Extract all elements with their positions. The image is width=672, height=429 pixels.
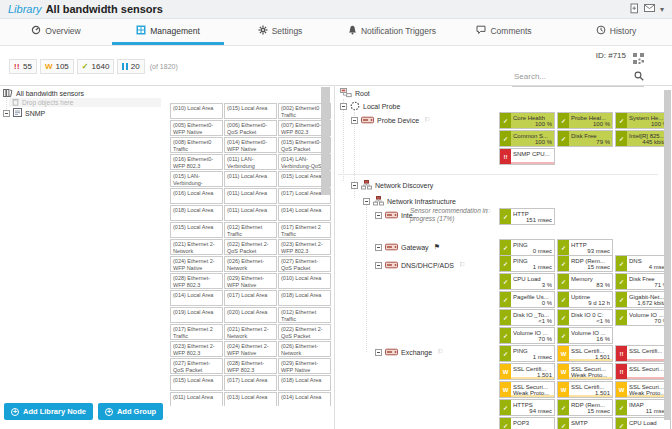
sensor-tile[interactable]: ✓CPU Load <box>615 417 671 429</box>
sensor-tile[interactable]: WSSL Securi...Weak Proto... <box>557 363 613 380</box>
library-sensor-tile[interactable]: (014) Ethernet0-WFP Native <box>224 137 277 153</box>
library-sensor-tile[interactable]: (016) Ethernet0-WFP 802.3 <box>170 154 223 170</box>
library-sensor-tile[interactable]: (015) Local Area <box>170 375 223 391</box>
collapse-toggle[interactable] <box>363 198 370 205</box>
library-node-snmp[interactable]: SNMP <box>3 108 45 118</box>
status-badge-warning[interactable]: W105 <box>40 59 74 74</box>
library-sensor-tile[interactable]: (022) Ethernet 2-QoS Packet <box>278 324 331 340</box>
flag-icon[interactable]: ⚑ <box>434 243 440 251</box>
library-sensor-tile[interactable]: (015) LAN-Verbindung- <box>170 171 223 187</box>
tree-row-probe-device[interactable]: Probe Device⚐ <box>351 115 430 125</box>
sensor-tile[interactable]: ✓Uptime9 d 12 h <box>557 291 613 308</box>
breadcrumb-library[interactable]: Library <box>8 3 42 15</box>
sensor-tile[interactable]: ✓Disk Free79 % <box>557 130 613 147</box>
library-sensor-tile[interactable]: (010) Local Area <box>170 103 223 119</box>
library-sensor-tile[interactable]: (011) LAN-Verbindung <box>224 154 277 170</box>
collapse-toggle[interactable] <box>340 103 347 110</box>
sensor-tile[interactable]: ✓RDP (Rem...15 msec <box>557 255 613 272</box>
add-group-button[interactable]: +Add Group <box>98 403 163 420</box>
library-sensor-tile[interactable]: (026) Ethernet-Network <box>278 341 331 357</box>
sensor-tile[interactable]: ✓Pagefile Us...0 % <box>499 291 555 308</box>
flag-icon[interactable]: ⚐ <box>459 261 465 269</box>
status-badge-paused[interactable]: 20 <box>117 59 144 74</box>
sensor-tile[interactable]: ✓Disk IO 0 C:<1 % <box>557 309 613 326</box>
sensor-tile[interactable]: ✓PING0 msec <box>499 239 555 256</box>
sensor-tile[interactable]: !!SSL Certifi... <box>615 345 671 362</box>
left-scrollbar[interactable] <box>321 87 330 195</box>
sensor-tile[interactable]: ✓PING1 msec <box>499 255 555 272</box>
tree-row-exchange[interactable]: Exchange⚐ <box>375 347 443 357</box>
collapse-toggle[interactable] <box>375 349 382 356</box>
library-sensor-tile[interactable]: (028) Ethernet-WFP 802.3 <box>224 358 277 374</box>
tree-row-network-discovery[interactable]: Network Discovery <box>351 180 433 190</box>
tab-settings[interactable]: Settings <box>224 19 336 45</box>
status-badge-up[interactable]: ✓1640 <box>77 59 115 74</box>
flag-icon[interactable]: ⚐ <box>437 348 443 356</box>
sensor-tile[interactable]: ✓Memory83 % <box>557 273 613 290</box>
sensor-tile[interactable]: ✓System He...100 % <box>615 112 671 129</box>
drop-objects-target[interactable]: Drop objects here <box>9 98 161 107</box>
library-sensor-tile[interactable]: (017) Ethernet 2 Traffic <box>278 222 331 238</box>
library-sensor-tile[interactable]: (026) Ethernet-Network <box>224 256 277 272</box>
library-sensor-tile[interactable]: (010) Local Area <box>278 273 331 289</box>
library-sensor-tile[interactable]: (008) Ethernet0 Traffic <box>170 137 223 153</box>
library-sensor-tile[interactable]: (017) Ethernet 2 Traffic <box>170 324 223 340</box>
sensor-tile[interactable]: ✓Disk Free71 % <box>615 273 671 290</box>
collapse-toggle[interactable] <box>375 244 382 251</box>
library-sensor-tile[interactable]: (014) Local Area <box>278 205 331 221</box>
sensor-tile[interactable]: ✓Volume IO ...70 % <box>615 309 671 326</box>
sensor-tile[interactable]: WSSL Securi...Weak Proto... <box>615 381 671 398</box>
library-sensor-tile[interactable]: (022) Ethernet 2-QoS Packet <box>224 239 277 255</box>
library-sensor-tile[interactable]: (012) Ethernet Traffic <box>224 222 277 238</box>
library-sensor-tile[interactable]: (014) Local Area <box>278 392 331 406</box>
library-root-row[interactable]: All bandwidth sensors <box>3 88 84 98</box>
collapse-toggle[interactable] <box>375 212 382 219</box>
search-input[interactable] <box>512 71 634 82</box>
library-sensor-tile[interactable]: (020) Local Area <box>224 307 277 323</box>
tab-overview[interactable]: Overview <box>0 19 112 45</box>
sensor-tile[interactable]: ✓Volume IO ...16 % <box>557 327 613 344</box>
flag-icon[interactable]: ⚐ <box>424 116 430 124</box>
tab-history[interactable]: History <box>560 19 672 45</box>
library-sensor-tile[interactable]: (015) Local Area <box>170 222 223 238</box>
right-scrollbar[interactable] <box>664 90 671 420</box>
library-sensor-tile[interactable]: (018) Local Area <box>278 375 331 391</box>
library-sensor-tile[interactable]: (012) Ethernet Traffic <box>278 307 331 323</box>
library-sensor-tile[interactable]: (011) Local Area <box>170 392 223 406</box>
tree-row-network-infrastructure[interactable]: Network Infrastructure <box>363 196 456 206</box>
sensor-tile[interactable]: ✓Volume IO ...70 % <box>499 327 555 344</box>
sensor-tile[interactable]: !!SNMP CPU... <box>499 148 555 165</box>
sensor-tile[interactable]: ✓Gigabit-Net...1,672 kbit/s <box>615 291 671 308</box>
library-sensor-tile[interactable]: (021) Ethernet 2-Network <box>224 324 277 340</box>
sensor-tile[interactable]: WSSL Certifi...1,501 <box>499 363 555 380</box>
library-sensor-tile[interactable]: (005) Ethernet0-WFP Native <box>170 120 223 136</box>
collapse-toggle[interactable] <box>351 117 358 124</box>
library-sensor-tile[interactable]: (028) Ethernet-WFP 802.3 <box>170 273 223 289</box>
chevron-down-icon[interactable]: ▾ <box>660 5 664 14</box>
tree-probe-row[interactable]: Local Probe <box>340 101 400 111</box>
tree-row-gateway[interactable]: Gateway⚑ <box>375 242 440 252</box>
library-sensor-tile[interactable]: (006) Ethernet0-QoS Packet <box>224 120 277 136</box>
sensor-tile[interactable]: ✓Core Health100 % <box>499 112 555 129</box>
library-sensor-tile[interactable]: (018) Local Area <box>278 290 331 306</box>
library-sensor-tile[interactable]: (029) Ethernet-WFP Native <box>224 273 277 289</box>
sensor-tile[interactable]: WSSL Securi...Weak Proto... <box>499 381 555 398</box>
tab-management[interactable]: Management <box>112 19 224 45</box>
library-sensor-tile[interactable]: (019) Local Area <box>170 307 223 323</box>
collapse-toggle[interactable] <box>375 262 382 269</box>
tree-row-dns-dhcp-ads[interactable]: DNS/DHCP/ADS⚐ <box>375 260 465 270</box>
library-sensor-tile[interactable]: (015) Local Area <box>224 103 277 119</box>
library-sensor-tile[interactable]: (016) Local Area <box>170 188 223 204</box>
collapse-toggle[interactable] <box>351 182 358 189</box>
collapse-toggle[interactable] <box>3 110 10 117</box>
library-sensor-tile[interactable]: (023) Ethernet 2-WFP 802.3 <box>278 239 331 255</box>
sensor-tile[interactable]: ✓Intel[R] 825...445 kbit/s <box>615 130 671 147</box>
sensor-tile[interactable]: ✓POP3 <box>499 417 555 429</box>
sensor-tile[interactable]: WSSL Certifi...1,501 <box>557 345 613 362</box>
sensor-tile[interactable]: ✓IMAP11 msec <box>615 399 671 416</box>
mail-icon[interactable] <box>644 4 655 14</box>
library-sensor-tile[interactable]: (023) Ethernet 2-WFP 802.3 <box>170 341 223 357</box>
tab-notification-triggers[interactable]: Notification Triggers <box>336 19 448 45</box>
sensor-tile[interactable]: ✓HTTP151 msec <box>499 208 555 225</box>
library-sensor-tile[interactable]: (011) Local Area <box>224 205 277 221</box>
